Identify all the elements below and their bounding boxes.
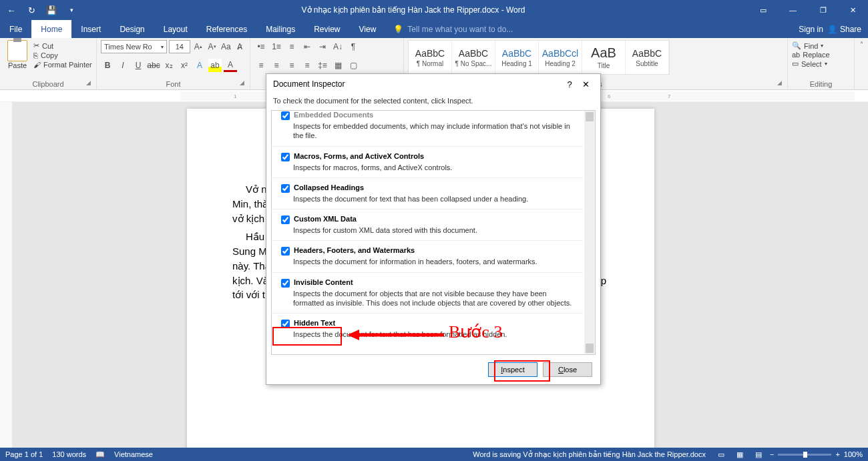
- style-normal[interactable]: AaBbC¶ Normal: [409, 41, 452, 74]
- inspector-checkbox[interactable]: [281, 215, 290, 224]
- cut-button[interactable]: ✂Cut: [33, 41, 92, 50]
- tab-layout[interactable]: Layout: [154, 20, 197, 38]
- increase-indent-button[interactable]: ⇥: [316, 40, 329, 53]
- scroll-down-icon[interactable]: [586, 344, 594, 353]
- tab-mailings[interactable]: Mailings: [256, 20, 304, 38]
- style-title[interactable]: AaBTitle: [582, 41, 626, 74]
- tab-review[interactable]: Review: [304, 20, 349, 38]
- align-center-button[interactable]: ≡: [270, 59, 283, 72]
- line-spacing-button[interactable]: ‡≡: [316, 59, 329, 72]
- web-layout-button[interactable]: ▤: [751, 449, 766, 460]
- multilevel-list-button[interactable]: ≡: [285, 40, 298, 53]
- subscript-button[interactable]: x₂: [162, 59, 176, 72]
- shrink-font-button[interactable]: A▾: [206, 40, 218, 53]
- inspect-button[interactable]: Inspect: [488, 362, 537, 377]
- style-no-spacing[interactable]: AaBbC¶ No Spac...: [452, 41, 495, 74]
- zoom-out-button[interactable]: −: [770, 450, 774, 458]
- tab-file[interactable]: File: [0, 20, 31, 38]
- sign-in-link[interactable]: Sign in: [799, 25, 823, 34]
- change-case-button[interactable]: Aa: [220, 40, 232, 53]
- close-window-button[interactable]: ✕: [838, 0, 868, 20]
- zoom-in-button[interactable]: +: [835, 450, 839, 458]
- share-button[interactable]: 👤 Share: [827, 25, 861, 34]
- copy-button[interactable]: ⎘Copy: [33, 51, 92, 59]
- grow-font-button[interactable]: A▴: [192, 40, 204, 53]
- select-button[interactable]: ▭Select ▾: [792, 59, 830, 68]
- format-painter-button[interactable]: 🖌Format Painter: [33, 61, 92, 69]
- style-heading2[interactable]: AaBbCclHeading 2: [539, 41, 582, 74]
- status-page[interactable]: Page 1 of 1: [5, 450, 43, 459]
- tell-me-search[interactable]: 💡 Tell me what you want to do...: [385, 20, 799, 38]
- strikethrough-button[interactable]: abc: [147, 59, 160, 72]
- qat-dropdown-icon[interactable]: ▾: [64, 3, 79, 17]
- underline-button[interactable]: U: [132, 59, 145, 72]
- font-color-button[interactable]: A: [224, 59, 237, 72]
- italic-button[interactable]: I: [116, 59, 130, 72]
- format-painter-label: Format Painter: [43, 61, 92, 69]
- zoom-slider-handle[interactable]: [803, 452, 807, 458]
- read-mode-button[interactable]: ▭: [714, 449, 728, 460]
- zoom-level[interactable]: 100%: [844, 450, 863, 458]
- vertical-ruler[interactable]: [0, 102, 12, 448]
- tab-view[interactable]: View: [350, 20, 386, 38]
- inspector-checkbox[interactable]: [281, 279, 290, 288]
- replace-button[interactable]: abReplace: [792, 51, 830, 59]
- tab-design[interactable]: Design: [110, 20, 154, 38]
- bold-button[interactable]: B: [101, 59, 114, 72]
- decrease-indent-button[interactable]: ⇤: [300, 40, 314, 53]
- status-words[interactable]: 130 words: [52, 450, 86, 459]
- style-subtitle[interactable]: AaBbCSubtitle: [626, 41, 669, 74]
- style-heading1[interactable]: AaBbCHeading 1: [495, 41, 539, 74]
- dialog-scrollbar[interactable]: [584, 111, 595, 354]
- ribbon-display-icon[interactable]: ▭: [748, 0, 778, 20]
- clear-formatting-button[interactable]: A̷: [234, 40, 246, 53]
- inspector-checkbox[interactable]: [281, 320, 290, 328]
- highlight-button[interactable]: ab: [208, 59, 222, 72]
- inspector-item-title: Macros, Forms, and ActiveX Controls: [294, 152, 424, 160]
- scroll-up-icon[interactable]: [586, 112, 594, 121]
- align-right-button[interactable]: ≡: [285, 59, 298, 72]
- collapse-ribbon-button[interactable]: ˄: [860, 41, 863, 48]
- maximize-button[interactable]: ❐: [808, 0, 838, 20]
- dialog-close-button[interactable]: ✕: [578, 79, 594, 89]
- font-name-combo[interactable]: Times New Ro▾: [101, 40, 167, 53]
- find-button[interactable]: 🔍Find ▾: [792, 41, 830, 50]
- close-button[interactable]: Close: [543, 362, 592, 377]
- document-title: Vở nhạc kịch phiên bản tiếng Hàn Jack th…: [79, 5, 748, 15]
- inspector-checkbox[interactable]: [281, 184, 290, 193]
- save-icon[interactable]: 💾: [44, 3, 59, 17]
- font-size-combo[interactable]: 14: [169, 40, 190, 53]
- back-icon[interactable]: ←: [4, 3, 19, 17]
- font-dialog-launcher[interactable]: ◢: [240, 79, 248, 87]
- status-language[interactable]: Vietnamese: [114, 450, 153, 459]
- ribbon-group-editing: 🔍Find ▾ abReplace ▭Select ▾ Editing: [788, 38, 855, 89]
- status-proofing-icon[interactable]: 📖: [95, 450, 105, 459]
- styles-dialog-launcher[interactable]: ◢: [777, 79, 785, 87]
- paste-button[interactable]: Paste: [4, 40, 31, 79]
- numbering-button[interactable]: 1≡: [270, 40, 283, 53]
- bullets-button[interactable]: •≡: [254, 40, 268, 53]
- tab-insert[interactable]: Insert: [71, 20, 110, 38]
- inspector-checkbox[interactable]: [281, 247, 290, 256]
- inspector-item-desc: Inspects for macros, forms, and ActiveX …: [281, 163, 576, 172]
- print-layout-button[interactable]: ▦: [732, 449, 747, 460]
- text-effects-button[interactable]: A: [193, 59, 206, 72]
- justify-button[interactable]: ≡: [300, 59, 314, 72]
- minimize-button[interactable]: —: [778, 0, 808, 20]
- paste-label: Paste: [8, 61, 27, 69]
- inspector-checkbox[interactable]: [281, 153, 290, 161]
- clipboard-dialog-launcher[interactable]: ◢: [86, 79, 94, 87]
- redo-icon[interactable]: ↻: [24, 3, 39, 17]
- dialog-help-button[interactable]: ?: [562, 79, 578, 89]
- tab-references[interactable]: References: [197, 20, 256, 38]
- zoom-slider[interactable]: [778, 454, 831, 456]
- tab-home[interactable]: Home: [31, 20, 71, 38]
- borders-button[interactable]: ▢: [347, 59, 360, 72]
- superscript-button[interactable]: x²: [178, 59, 191, 72]
- align-left-button[interactable]: ≡: [254, 59, 268, 72]
- shading-button[interactable]: ▦: [331, 59, 345, 72]
- inspector-checkbox[interactable]: [281, 111, 290, 120]
- show-marks-button[interactable]: ¶: [347, 40, 360, 53]
- sort-button[interactable]: A↓: [331, 40, 345, 53]
- styles-gallery[interactable]: AaBbC¶ Normal AaBbC¶ No Spac... AaBbCHea…: [408, 40, 670, 75]
